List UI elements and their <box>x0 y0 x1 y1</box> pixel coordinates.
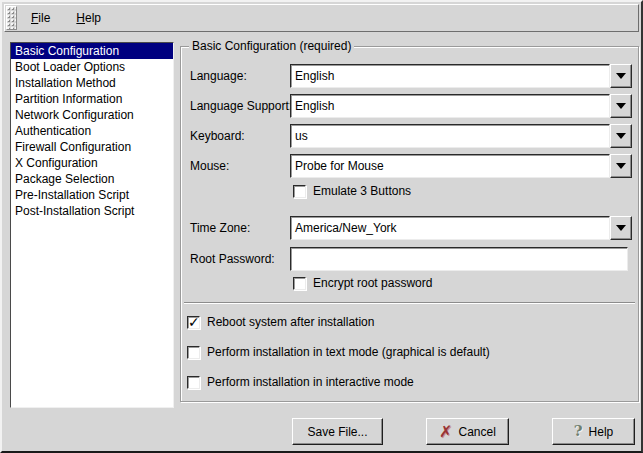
reboot-after-install-checkbox[interactable] <box>187 316 200 329</box>
menu-help-label: elp <box>85 11 101 25</box>
encrypt-root-password-checkbox[interactable] <box>293 277 306 290</box>
save-file-button[interactable]: Save File... <box>292 418 383 445</box>
sidebar-item-pre-installation-script[interactable]: Pre-Installation Script <box>11 187 173 203</box>
emulate-3-buttons-label: Emulate 3 Buttons <box>313 184 411 198</box>
sidebar-item-post-installation-script[interactable]: Post-Installation Script <box>11 203 173 219</box>
chevron-down-icon <box>616 133 626 139</box>
language-combo-dropdown-button[interactable] <box>610 64 632 88</box>
language-label: Language: <box>190 69 290 83</box>
root-password-input[interactable] <box>290 247 628 271</box>
sidebar-item-basic-configuration[interactable]: Basic Configuration <box>11 43 173 59</box>
sidebar-item-installation-method[interactable]: Installation Method <box>11 75 173 91</box>
reboot-after-install-label: Reboot system after installation <box>207 315 374 329</box>
time-zone-combo: America/New_York <box>290 216 632 240</box>
encrypt-root-password-row: Encrypt root password <box>293 275 432 291</box>
interactive-mode-install-label: Perform installation in interactive mode <box>207 375 414 389</box>
sidebar-item-firewall-configuration[interactable]: Firewall Configuration <box>11 139 173 155</box>
text-mode-install-row: Perform installation in text mode (graph… <box>187 344 490 360</box>
basic-configuration-frame: Basic Configuration (required) Language:… <box>180 46 639 402</box>
text-mode-install-checkbox[interactable] <box>187 346 200 359</box>
root-password-label: Root Password: <box>190 252 290 266</box>
help-button-label: Help <box>589 425 614 439</box>
sidebar-item-authentication[interactable]: Authentication <box>11 123 173 139</box>
chevron-down-icon <box>616 225 626 231</box>
menu-help[interactable]: Help <box>63 5 114 31</box>
cancel-x-icon: ✗ <box>439 424 452 440</box>
sidebar-item-network-configuration[interactable]: Network Configuration <box>11 107 173 123</box>
chevron-down-icon <box>616 163 626 169</box>
language-support-label: Language Support: <box>190 99 290 113</box>
language-support-combo-entry[interactable]: English <box>290 94 610 118</box>
sidebar-item-partition-information[interactable]: Partition Information <box>11 91 173 107</box>
language-support-combo: English <box>290 94 632 118</box>
interactive-mode-install-checkbox[interactable] <box>187 376 200 389</box>
mouse-combo-dropdown-button[interactable] <box>610 154 632 178</box>
sidebar-item-boot-loader-options[interactable]: Boot Loader Options <box>11 59 173 75</box>
encrypt-root-password-label: Encrypt root password <box>313 276 432 290</box>
cancel-button-label: Cancel <box>459 425 496 439</box>
keyboard-combo: us <box>290 124 632 148</box>
help-button[interactable]: ? Help <box>552 418 635 445</box>
language-combo-entry[interactable]: English <box>290 64 610 88</box>
mouse-combo-entry[interactable]: Probe for Mouse <box>290 154 610 178</box>
menu-file[interactable]: File <box>18 5 63 31</box>
cancel-button[interactable]: ✗ Cancel <box>426 418 509 445</box>
time-zone-label: Time Zone: <box>190 221 290 235</box>
interactive-mode-install-row: Perform installation in interactive mode <box>187 374 414 390</box>
language-support-combo-dropdown-button[interactable] <box>610 94 632 118</box>
keyboard-combo-dropdown-button[interactable] <box>610 124 632 148</box>
kickstart-configurator-window: File Help Basic Configuration Boot Loade… <box>0 0 643 453</box>
horizontal-separator <box>184 302 635 304</box>
text-mode-install-label: Perform installation in text mode (graph… <box>207 345 490 359</box>
sidebar-item-package-selection[interactable]: Package Selection <box>11 171 173 187</box>
help-question-icon: ? <box>574 424 583 439</box>
mouse-combo: Probe for Mouse <box>290 154 632 178</box>
time-zone-combo-dropdown-button[interactable] <box>610 216 632 240</box>
menu-help-mnemonic: H <box>76 11 85 25</box>
save-file-button-label: Save File... <box>307 425 367 439</box>
chevron-down-icon <box>616 103 626 109</box>
menu-file-label: ile <box>38 11 50 25</box>
keyboard-label: Keyboard: <box>190 129 290 143</box>
sidebar-item-x-configuration[interactable]: X Configuration <box>11 155 173 171</box>
language-combo: English <box>290 64 632 88</box>
emulate-3-buttons-checkbox[interactable] <box>293 185 306 198</box>
chevron-down-icon <box>616 73 626 79</box>
mouse-label: Mouse: <box>190 159 290 173</box>
category-list: Basic Configuration Boot Loader Options … <box>10 42 174 408</box>
time-zone-combo-entry[interactable]: America/New_York <box>290 216 610 240</box>
menubar: File Help <box>4 4 639 32</box>
menubar-drag-handle[interactable] <box>6 6 17 30</box>
emulate-3-buttons-row: Emulate 3 Buttons <box>293 183 411 199</box>
keyboard-combo-entry[interactable]: us <box>290 124 610 148</box>
frame-title: Basic Configuration (required) <box>189 39 354 53</box>
reboot-after-install-row: Reboot system after installation <box>187 314 374 330</box>
